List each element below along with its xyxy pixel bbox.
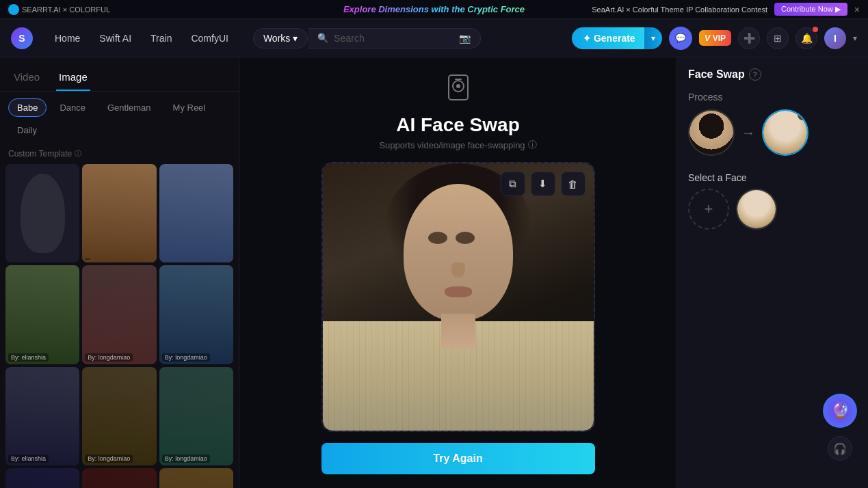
- vip-badge[interactable]: V VIP: [699, 30, 731, 46]
- cat-daily[interactable]: Daily: [8, 121, 46, 139]
- gallery-item[interactable]: [159, 164, 233, 262]
- left-sidebar: Video Image Babe Dance Gentleman My Reel…: [0, 57, 239, 488]
- tab-image[interactable]: Image: [56, 66, 90, 91]
- gallery-item[interactable]: By: elianshia: [5, 367, 79, 465]
- support-button[interactable]: 🎧: [828, 436, 852, 461]
- process-row: → ×: [688, 109, 857, 156]
- gallery: By: elianshia By: longdamiao By: longdam…: [0, 164, 239, 488]
- nav-home[interactable]: Home: [47, 29, 88, 48]
- process-label: Process: [688, 92, 857, 103]
- nav-train[interactable]: Train: [142, 29, 180, 48]
- face-option[interactable]: [736, 189, 777, 230]
- vip-label: VIP: [713, 33, 726, 43]
- gallery-item-byline: By: longdamiao: [85, 455, 133, 463]
- grid-button[interactable]: ⊞: [767, 27, 789, 49]
- custom-template-row: Custom Template ⓘ: [0, 146, 239, 164]
- select-face-section: Select a Face +: [688, 167, 857, 230]
- gallery-item[interactable]: By: longdamiao: [82, 265, 156, 364]
- panel-title: Face Swap: [688, 68, 745, 81]
- gallery-item[interactable]: By: longdamiao: [82, 367, 156, 465]
- notification-button[interactable]: 🔔: [795, 27, 817, 49]
- process-section: Process → ×: [688, 92, 857, 156]
- nav-right: ✦ Generate ▾ 💬 V VIP ➕ ⊞ 🔔 I ▾: [572, 27, 857, 50]
- gallery-item[interactable]: [5, 164, 79, 262]
- gallery-item[interactable]: [82, 164, 156, 262]
- custom-template-label: Custom Template: [8, 149, 72, 159]
- promo-banner: SEARRT.AI × COLORFUL Explore Dimensions …: [0, 0, 868, 19]
- gallery-item[interactable]: By: longdamiao: [159, 367, 233, 465]
- gallery-item-byline: By: longdamiao: [162, 455, 210, 463]
- download-button[interactable]: ⬇: [531, 172, 555, 196]
- info-icon: ⓘ: [528, 139, 537, 151]
- center-area: AI Face Swap Supports video/image face-s…: [239, 57, 676, 488]
- custom-template-help-icon: ⓘ: [75, 149, 81, 159]
- banner-logos: SEARRT.AI × COLORFUL: [8, 4, 110, 15]
- gallery-item[interactable]: By: elianshia: [5, 265, 79, 364]
- cat-gentleman[interactable]: Gentleman: [98, 98, 160, 117]
- gallery-item[interactable]: Helle Sara: [82, 468, 156, 488]
- gallery-item-byline: By: longdamiao: [162, 353, 210, 362]
- search-icon: 🔍: [317, 33, 328, 43]
- works-selector[interactable]: Works ▾: [253, 28, 308, 49]
- banner-subtitle: SeaArt.AI × Colorful Theme IP Collaborat…: [592, 5, 767, 14]
- main-image-container: ⧉ ⬇ 🗑: [321, 162, 595, 432]
- gallery-item[interactable]: [5, 468, 79, 488]
- face-swap-title: AI Face Swap: [379, 114, 536, 136]
- generate-button-group: ✦ Generate ▾: [572, 27, 662, 49]
- add-face-button[interactable]: +: [688, 189, 729, 230]
- category-tabs: Babe Dance Gentleman My Reel Daily: [0, 92, 239, 146]
- search-input[interactable]: [334, 33, 453, 44]
- image-toolbar: ⧉ ⬇ 🗑: [501, 172, 586, 196]
- discord-button[interactable]: 💬: [669, 27, 692, 50]
- banner-title: Explore Dimensions with the Cryptic Forc…: [343, 4, 525, 14]
- camera-icon[interactable]: 📷: [459, 33, 471, 44]
- cat-dance[interactable]: Dance: [51, 98, 94, 117]
- main-layout: Video Image Babe Dance Gentleman My Reel…: [0, 57, 868, 488]
- gallery-item-byline: By: elianshia: [8, 353, 49, 362]
- gallery-item[interactable]: By: longdamiao: [159, 265, 233, 364]
- mascot-button[interactable]: 🔮: [823, 394, 857, 428]
- face-swap-icon: [379, 71, 536, 110]
- gallery-grid: By: elianshia By: longdamiao By: longdam…: [5, 164, 233, 488]
- user-avatar[interactable]: I: [824, 27, 846, 49]
- navbar: S Home Swift AI Train ComfyUI Works ▾ 🔍 …: [0, 19, 868, 57]
- copy-button[interactable]: ⧉: [501, 172, 525, 196]
- delete-button[interactable]: 🗑: [561, 172, 586, 196]
- generate-button[interactable]: ✦ Generate: [572, 27, 644, 49]
- panel-help-icon: ?: [749, 68, 761, 81]
- source-face: [688, 109, 735, 156]
- float-panel: 🔮 🎧: [823, 394, 857, 461]
- try-again-button[interactable]: Try Again: [321, 443, 595, 474]
- nav-links: Home Swift AI Train ComfyUI: [47, 29, 237, 48]
- nav-swift-ai[interactable]: Swift AI: [91, 29, 140, 48]
- works-chevron-icon: ▾: [293, 33, 298, 44]
- headphone-icon: 🎧: [833, 442, 847, 455]
- process-close-button[interactable]: ×: [798, 109, 808, 120]
- plus-button[interactable]: ➕: [738, 27, 760, 49]
- mascot-icon: 🔮: [831, 402, 850, 420]
- face-swap-header: AI Face Swap Supports video/image face-s…: [379, 71, 536, 151]
- gallery-item[interactable]: By: longdamiao: [159, 468, 233, 488]
- target-face: ×: [762, 109, 808, 156]
- contribute-button[interactable]: Contribute Now ▶: [774, 3, 847, 16]
- banner-brand: SEARRT.AI × COLORFUL: [8, 4, 110, 15]
- gallery-item-placeholder: [5, 164, 79, 262]
- sidebar-tabs: Video Image: [0, 57, 239, 92]
- gallery-item-byline: By: elianshia: [8, 455, 49, 463]
- face-swap-subtitle: Supports video/image face-swapping ⓘ: [379, 139, 536, 151]
- vip-icon: V: [705, 33, 711, 43]
- tab-video[interactable]: Video: [11, 66, 42, 91]
- logo[interactable]: S: [11, 27, 33, 49]
- nav-comfyui[interactable]: ComfyUI: [183, 29, 236, 48]
- cat-babe[interactable]: Babe: [8, 98, 47, 117]
- discord-icon: 💬: [675, 33, 686, 43]
- search-bar: 🔍 📷: [308, 28, 481, 49]
- gallery-item-byline: By: longdamiao: [85, 353, 133, 362]
- banner-right: SeaArt.AI × Colorful Theme IP Collaborat…: [592, 3, 860, 16]
- banner-close-button[interactable]: ×: [854, 4, 860, 15]
- process-arrow-icon: →: [741, 125, 755, 141]
- works-label: Works: [263, 33, 290, 44]
- cat-my-reel[interactable]: My Reel: [164, 98, 215, 117]
- avatar-chevron-icon[interactable]: ▾: [853, 33, 857, 43]
- generate-dropdown-button[interactable]: ▾: [644, 27, 662, 49]
